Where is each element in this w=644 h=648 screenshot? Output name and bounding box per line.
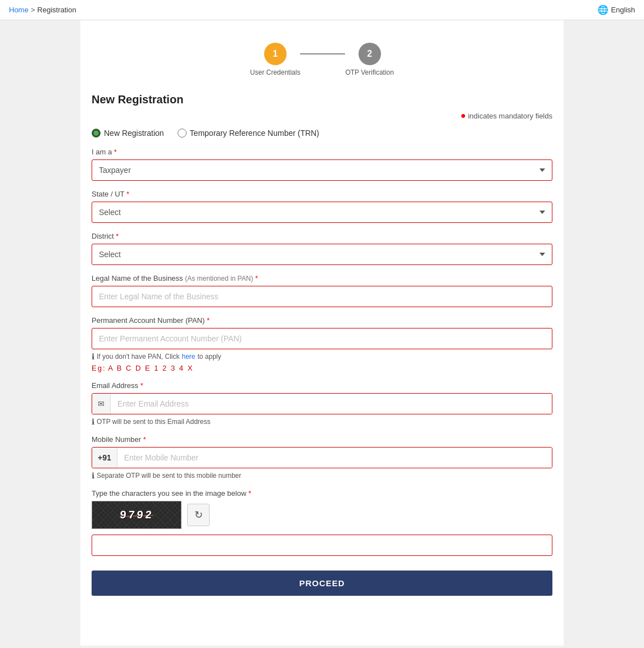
step-connector bbox=[300, 53, 345, 54]
mobile-required: * bbox=[143, 435, 146, 444]
captcha-refresh-button[interactable]: ↻ bbox=[187, 504, 210, 526]
step-2: 2 OTP Verification bbox=[345, 43, 393, 76]
district-group: District * Select bbox=[92, 232, 552, 265]
pan-no-pan-note: ℹ If you don't have PAN, Click here to a… bbox=[92, 352, 552, 361]
mobile-label: Mobile Number * bbox=[92, 435, 552, 444]
legal-name-required: * bbox=[255, 274, 258, 282]
district-label: District * bbox=[92, 232, 552, 240]
state-ut-group: State / UT * Select bbox=[92, 190, 552, 223]
mobile-otp-note: ℹ Separate OTP will be sent to this mobi… bbox=[92, 471, 552, 480]
i-am-a-required: * bbox=[114, 148, 117, 156]
email-label: Email Address * bbox=[92, 381, 552, 390]
registration-type-group: New Registration Temporary Reference Num… bbox=[92, 129, 552, 138]
pan-no-pan-suffix: to apply bbox=[198, 353, 221, 360]
captcha-required: * bbox=[248, 489, 251, 498]
pan-label: Permanent Account Number (PAN) * bbox=[92, 316, 552, 325]
step-2-circle: 2 bbox=[359, 43, 381, 65]
refresh-icon: ↻ bbox=[194, 509, 203, 521]
trn-radio-input[interactable] bbox=[178, 129, 187, 138]
form-title: New Registration bbox=[92, 93, 552, 106]
main-content: 1 User Credentials 2 OTP Verification Ne… bbox=[80, 20, 564, 646]
legal-name-label: Legal Name of the Business (As mentioned… bbox=[92, 274, 552, 282]
new-registration-label: New Registration bbox=[104, 129, 164, 138]
step-1: 1 User Credentials bbox=[250, 43, 300, 76]
mobile-group: Mobile Number * +91 ℹ Separate OTP will … bbox=[92, 435, 552, 480]
pan-example-value: A B C D E 1 2 3 4 X bbox=[108, 364, 193, 372]
legal-name-group: Legal Name of the Business (As mentioned… bbox=[92, 274, 552, 307]
i-am-a-select[interactable]: Taxpayer bbox=[92, 159, 552, 181]
pan-no-pan-text: If you don't have PAN, Click bbox=[97, 353, 179, 360]
info-icon-pan: ℹ bbox=[92, 352, 94, 361]
proceed-button[interactable]: PROCEED bbox=[92, 571, 552, 596]
mobile-input-wrapper: +91 bbox=[92, 447, 552, 468]
info-icon-email: ℹ bbox=[92, 417, 94, 426]
pan-required: * bbox=[207, 316, 210, 325]
captcha-row: 9792 ↻ bbox=[92, 501, 552, 529]
district-select[interactable]: Select bbox=[92, 244, 552, 265]
top-bar: Home > Registration 🌐 English bbox=[0, 0, 644, 20]
breadcrumb-current: Registration bbox=[37, 6, 76, 14]
captcha-input[interactable] bbox=[92, 535, 552, 556]
new-registration-radio[interactable]: New Registration bbox=[92, 129, 164, 138]
globe-icon: 🌐 bbox=[597, 4, 609, 15]
new-registration-radio-input[interactable] bbox=[92, 129, 101, 138]
mandatory-dot: ● bbox=[460, 111, 466, 120]
mobile-prefix: +91 bbox=[92, 448, 117, 468]
stepper: 1 User Credentials 2 OTP Verification bbox=[92, 43, 552, 76]
trn-label: Temporary Reference Number (TRN) bbox=[190, 129, 319, 138]
home-link[interactable]: Home bbox=[9, 6, 29, 14]
i-am-a-group: I am a * Taxpayer bbox=[92, 148, 552, 181]
district-required: * bbox=[116, 232, 119, 240]
legal-name-note: (As mentioned in PAN) bbox=[185, 275, 253, 282]
i-am-a-label: I am a * bbox=[92, 148, 552, 156]
captcha-section: Type the characters you see in the image… bbox=[92, 489, 552, 556]
captcha-noise: 9792 bbox=[92, 501, 181, 528]
language-label: English bbox=[611, 6, 635, 14]
mandatory-note: ● indicates mandatory fields bbox=[92, 111, 552, 121]
state-ut-required: * bbox=[126, 190, 129, 198]
legal-name-input[interactable] bbox=[92, 286, 552, 307]
step-2-label: OTP Verification bbox=[345, 69, 393, 76]
step-1-label: User Credentials bbox=[250, 69, 300, 76]
language-selector[interactable]: 🌐 English bbox=[597, 4, 635, 15]
pan-group: Permanent Account Number (PAN) * ℹ If yo… bbox=[92, 316, 552, 372]
pan-input[interactable] bbox=[92, 328, 552, 349]
email-otp-note: ℹ OTP will be sent to this Email Address bbox=[92, 417, 552, 426]
step-1-circle: 1 bbox=[264, 43, 287, 65]
trn-radio[interactable]: Temporary Reference Number (TRN) bbox=[178, 129, 319, 138]
email-input[interactable] bbox=[111, 394, 552, 414]
pan-example: Eg: A B C D E 1 2 3 4 X bbox=[92, 364, 552, 372]
info-icon-mobile: ℹ bbox=[92, 471, 94, 480]
pan-here-link[interactable]: here bbox=[182, 353, 195, 360]
breadcrumb-separator: > bbox=[31, 6, 35, 14]
email-group: Email Address * ✉ ℹ OTP will be sent to … bbox=[92, 381, 552, 426]
breadcrumb: Home > Registration bbox=[9, 6, 76, 14]
email-input-wrapper: ✉ bbox=[92, 393, 552, 414]
email-required: * bbox=[140, 381, 143, 390]
state-ut-select[interactable]: Select bbox=[92, 202, 552, 223]
captcha-image: 9792 bbox=[92, 501, 182, 529]
state-ut-label: State / UT * bbox=[92, 190, 552, 198]
captcha-label: Type the characters you see in the image… bbox=[92, 489, 552, 498]
captcha-text: 9792 bbox=[119, 509, 154, 522]
email-icon: ✉ bbox=[92, 394, 111, 414]
mobile-input[interactable] bbox=[117, 448, 552, 468]
